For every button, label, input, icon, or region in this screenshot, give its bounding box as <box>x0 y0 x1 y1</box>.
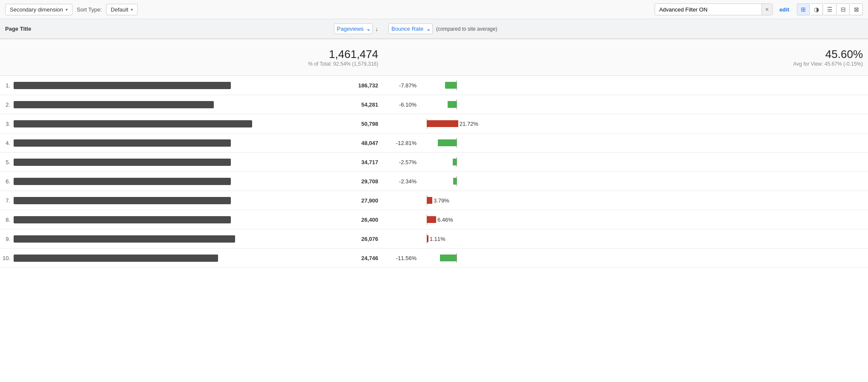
bounce-rate-cell: -2.57% <box>383 153 868 172</box>
totals-label-cell <box>0 39 290 76</box>
bounce-rate-cell: 6.46% <box>383 210 868 229</box>
totals-bounce-cell: 45.60% Avg for View: 45.67% (-0.15%) <box>383 39 868 76</box>
bounce-pct-text: -2.57% <box>388 159 418 165</box>
view-pivot-btn[interactable]: ⊠ <box>851 3 863 15</box>
view-table-btn[interactable]: ⊞ <box>797 3 810 15</box>
redacted-title-bar[interactable] <box>14 139 231 147</box>
bounce-bar <box>427 197 432 204</box>
bounce-bar-wrap: 6.46% <box>388 214 465 225</box>
totals-pageviews-cell: 1,461,474 % of Total: 92.54% (1,579,316) <box>290 39 383 76</box>
redacted-title-bar[interactable] <box>14 216 231 223</box>
bounce-select-wrap[interactable]: Bounce Rate <box>388 23 433 34</box>
bounce-pct-text: -11.56% <box>388 255 418 261</box>
row-num-span: 8. <box>0 217 14 223</box>
page-title-cell: 5. <box>0 153 290 172</box>
page-title-cell: 4. <box>0 133 290 153</box>
row-num-span: 5. <box>0 159 14 165</box>
bounce-bar <box>448 101 457 108</box>
pageviews-header: Pageviews ↓ <box>290 19 383 39</box>
pageviews-cell: 24,746 <box>290 249 383 268</box>
table-row: 1.186,732-7.87% <box>0 76 868 95</box>
totals-row: 1,461,474 % of Total: 92.54% (1,579,316)… <box>0 39 868 76</box>
row-num-span: 9. <box>0 236 14 242</box>
filter-box: × <box>655 3 773 15</box>
pageviews-cell: 48,047 <box>290 133 383 153</box>
table-row: 3.50,79821.72% <box>0 114 868 133</box>
table-row: 9.26,0761.11% <box>0 229 868 249</box>
row-num-span: 6. <box>0 178 14 185</box>
bounce-pct-after: 6.46% <box>437 217 453 223</box>
redacted-title-bar[interactable] <box>14 255 218 262</box>
data-table-container: Page Title Pageviews ↓ <box>0 19 868 268</box>
center-line <box>457 80 457 90</box>
filter-input[interactable] <box>655 4 762 15</box>
table-header-row: Page Title Pageviews ↓ <box>0 19 868 39</box>
pageviews-cell: 29,708 <box>290 172 383 191</box>
bounce-bar-wrap <box>418 157 495 167</box>
sort-default-label: Default <box>111 6 128 13</box>
totals-bounce-value: 45.60% <box>388 48 863 61</box>
center-line <box>457 157 457 167</box>
secondary-dimension-btn[interactable]: Secondary dimension ▾ <box>5 4 72 15</box>
pageviews-cell: 27,900 <box>290 191 383 210</box>
bounce-bar <box>453 178 457 185</box>
bounce-bar-wrap: 21.72% <box>388 119 465 129</box>
bounce-bar-wrap <box>418 176 495 186</box>
bounce-bar <box>438 139 457 146</box>
row-num-span: 1. <box>0 82 14 89</box>
bounce-bar <box>445 82 457 89</box>
sort-type-btn[interactable]: Default ▾ <box>106 4 138 15</box>
bounce-pct-text: -12.81% <box>388 140 418 146</box>
totals-pageviews-value: 1,461,474 <box>295 48 378 61</box>
row-num-span: 3. <box>0 121 14 127</box>
totals-bounce-avg: Avg for View: 45.67% (-0.15%) <box>388 61 863 67</box>
page-title-cell: 6. <box>0 172 290 191</box>
redacted-title-bar[interactable] <box>14 159 231 166</box>
view-pie-btn[interactable]: ◑ <box>811 3 823 15</box>
center-line <box>457 99 457 110</box>
bounce-bar <box>427 120 458 127</box>
row-num-span: 7. <box>0 197 14 204</box>
redacted-title-bar[interactable] <box>14 101 214 108</box>
page-title-cell: 9. <box>0 229 290 249</box>
pageviews-cell: 26,076 <box>290 229 383 249</box>
bounce-bar-wrap: 3.79% <box>388 195 465 205</box>
bounce-bar <box>427 216 436 223</box>
chevron-down-icon-sort: ▾ <box>131 7 133 12</box>
bounce-pct-text: -2.34% <box>388 178 418 185</box>
view-list-btn[interactable]: ☰ <box>824 3 836 15</box>
redacted-title-bar[interactable] <box>14 197 231 204</box>
view-compare-btn[interactable]: ⊟ <box>837 3 850 15</box>
bounce-select[interactable]: Bounce Rate <box>388 23 433 34</box>
redacted-title-bar[interactable] <box>14 178 231 185</box>
center-line <box>457 138 457 148</box>
bounce-pct-text: -7.87% <box>388 82 418 89</box>
bounce-rate-cell: 1.11% <box>383 229 868 249</box>
redacted-title-bar[interactable] <box>14 82 231 89</box>
bounce-bar-wrap <box>418 253 495 263</box>
page-title-cell: 8. <box>0 210 290 229</box>
table-row: 4.48,047-12.81% <box>0 133 868 153</box>
pageviews-cell: 54,281 <box>290 95 383 114</box>
edit-link[interactable]: edit <box>779 6 789 13</box>
compared-label: (compared to site average) <box>436 26 497 32</box>
pageviews-select[interactable]: Pageviews <box>334 23 373 34</box>
sort-arrow-icon[interactable]: ↓ <box>375 26 378 32</box>
bounce-pct-text: -6.10% <box>388 101 418 108</box>
pageviews-cell: 34,717 <box>290 153 383 172</box>
clear-filter-btn[interactable]: × <box>762 4 772 15</box>
page-title-cell: 2. <box>0 95 290 114</box>
bounce-rate-cell: -11.56% <box>383 249 868 268</box>
row-num-span: 4. <box>0 140 14 146</box>
bounce-rate-cell: -6.10% <box>383 95 868 114</box>
pageviews-select-wrap[interactable]: Pageviews <box>334 23 373 34</box>
sort-type-label: Sort Type: <box>77 6 102 13</box>
pageviews-cell: 186,732 <box>290 76 383 95</box>
redacted-title-bar[interactable] <box>14 120 252 127</box>
redacted-title-bar[interactable] <box>14 235 235 243</box>
page-title-cell: 7. <box>0 191 290 210</box>
data-table: Page Title Pageviews ↓ <box>0 19 868 268</box>
row-num-span: 10. <box>0 255 14 261</box>
page-title-cell: 10. <box>0 249 290 268</box>
pageviews-cell: 26,400 <box>290 210 383 229</box>
